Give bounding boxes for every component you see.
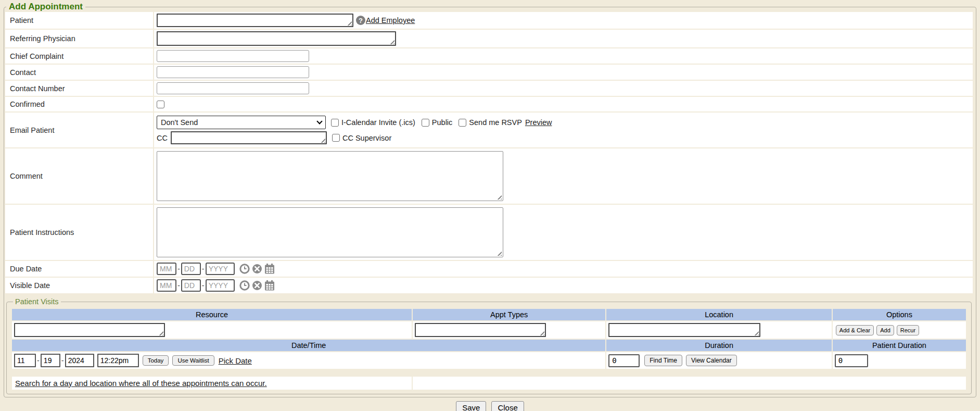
patient-duration-header: Patient Duration	[833, 340, 966, 351]
svg-text:?: ?	[359, 17, 363, 24]
preview-link[interactable]: Preview	[525, 118, 552, 127]
appt-types-input[interactable]	[415, 323, 546, 337]
use-waitlist-button[interactable]: Use Waitlist	[172, 355, 214, 366]
resource-header: Resource	[12, 309, 412, 320]
visit-month-input[interactable]	[14, 354, 36, 367]
location-input[interactable]	[608, 323, 760, 337]
options-cell: Add & Clear Add Recur	[833, 321, 966, 339]
ical-invite-checkbox[interactable]	[331, 119, 339, 127]
options-header: Options	[833, 309, 966, 320]
footer-actions: Save Close	[0, 401, 980, 411]
due-date-row: Due Date - -	[5, 261, 973, 277]
confirmed-row: Confirmed	[5, 97, 973, 111]
chief-complaint-row: Chief Complaint	[5, 48, 973, 64]
public-checkbox[interactable]	[422, 119, 429, 127]
visible-date-label: Visible Date	[5, 278, 153, 293]
date-separator: -	[202, 265, 205, 273]
location-cell	[606, 321, 832, 339]
chief-complaint-input[interactable]	[157, 50, 309, 62]
time-icon[interactable]	[239, 280, 250, 291]
due-date-year-input[interactable]	[206, 263, 235, 275]
contact-row: Contact	[5, 65, 973, 80]
save-button[interactable]: Save	[456, 401, 486, 411]
patient-row: Patient ? Add Employee	[5, 12, 973, 29]
table-spacer	[10, 369, 968, 376]
datetime-header: Date/Time	[12, 340, 605, 351]
clear-date-icon[interactable]	[252, 280, 262, 291]
search-link-cell: Search for a day and location where all …	[12, 377, 412, 390]
patient-input[interactable]	[157, 14, 353, 27]
help-icon[interactable]: ?	[355, 15, 366, 26]
add-employee-link[interactable]: Add Employee	[366, 16, 415, 24]
add-and-clear-button[interactable]: Add & Clear	[836, 325, 874, 335]
email-send-selected-option: Don't Send	[161, 118, 198, 127]
resource-cell	[12, 321, 412, 339]
page-title: Add Appointment	[6, 2, 85, 12]
appointment-form: Patient ? Add Employee Referring Physici…	[5, 12, 973, 293]
chief-complaint-label: Chief Complaint	[5, 48, 153, 64]
due-date-label: Due Date	[5, 261, 153, 277]
due-date-day-input[interactable]	[181, 263, 201, 275]
calendar-icon[interactable]	[264, 280, 275, 291]
recur-button[interactable]: Recur	[897, 325, 919, 335]
chevron-down-icon	[316, 118, 322, 124]
add-appointment-section: Add Appointment Patient ? Add Employee R…	[4, 2, 976, 397]
rsvp-checkbox[interactable]	[459, 119, 466, 127]
duration-header: Duration	[606, 340, 832, 351]
cc-label: CC	[157, 134, 168, 142]
patient-visits-legend: Patient Visits	[13, 297, 61, 306]
patient-duration-input[interactable]	[835, 354, 868, 367]
visit-day-input[interactable]	[41, 354, 60, 367]
referring-physician-row: Referring Physician	[5, 30, 973, 47]
visit-duration-cell: Find Time View Calendar	[606, 352, 832, 369]
referring-physician-label: Referring Physician	[5, 30, 153, 47]
location-header: Location	[606, 309, 832, 320]
contact-number-input[interactable]	[157, 82, 309, 94]
find-time-button[interactable]: Find Time	[644, 355, 682, 366]
visit-patient-duration-cell	[833, 352, 966, 369]
cc-supervisor-checkbox[interactable]	[332, 134, 340, 142]
due-date-month-input[interactable]	[157, 263, 176, 275]
calendar-icon[interactable]	[264, 264, 275, 274]
resource-input[interactable]	[14, 323, 165, 337]
add-button[interactable]: Add	[876, 325, 894, 335]
contact-input[interactable]	[157, 66, 309, 78]
visit-year-input[interactable]	[65, 354, 94, 367]
public-label: Public	[432, 118, 453, 127]
time-icon[interactable]	[239, 264, 250, 274]
email-patient-row: Email Patient Don't Send I-Calendar Invi…	[5, 113, 973, 147]
contact-number-row: Contact Number	[5, 81, 973, 96]
duration-input[interactable]	[608, 354, 640, 367]
comment-label: Comment	[5, 148, 153, 204]
view-calendar-button[interactable]: View Calendar	[686, 355, 737, 366]
patient-instructions-textarea[interactable]	[157, 207, 503, 257]
today-button[interactable]: Today	[143, 355, 169, 366]
close-button[interactable]: Close	[491, 401, 524, 411]
patient-instructions-row: Patient Instructions	[5, 205, 973, 260]
ical-invite-label: I-Calendar Invite (.ics)	[341, 118, 415, 127]
patient-instructions-label: Patient Instructions	[5, 205, 153, 260]
search-row: Search for a day and location where all …	[12, 377, 966, 390]
comment-textarea[interactable]	[157, 151, 503, 201]
date-separator: -	[177, 265, 180, 273]
date-separator: -	[37, 356, 40, 365]
contact-number-label: Contact Number	[5, 81, 153, 96]
contact-label: Contact	[5, 65, 153, 80]
cc-input[interactable]	[171, 131, 327, 144]
visible-date-month-input[interactable]	[157, 279, 176, 292]
visible-date-day-input[interactable]	[181, 279, 201, 292]
email-send-select[interactable]: Don't Send	[157, 116, 326, 129]
appt-types-header: Appt Types	[413, 309, 605, 320]
visit-time-input[interactable]	[97, 354, 139, 367]
pick-date-link[interactable]: Pick Date	[219, 356, 252, 365]
visible-date-year-input[interactable]	[206, 279, 235, 292]
date-separator: -	[61, 356, 64, 365]
rsvp-label: Send me RSVP	[469, 118, 522, 127]
confirmed-checkbox[interactable]	[157, 101, 164, 108]
referring-physician-input[interactable]	[157, 31, 396, 46]
visible-date-row: Visible Date - -	[5, 278, 973, 293]
appt-types-cell	[413, 321, 605, 339]
clear-date-icon[interactable]	[252, 264, 262, 274]
search-day-location-link[interactable]: Search for a day and location where all …	[15, 379, 267, 388]
patient-visits-section: Patient Visits Resource Appt Types Locat…	[6, 297, 972, 394]
